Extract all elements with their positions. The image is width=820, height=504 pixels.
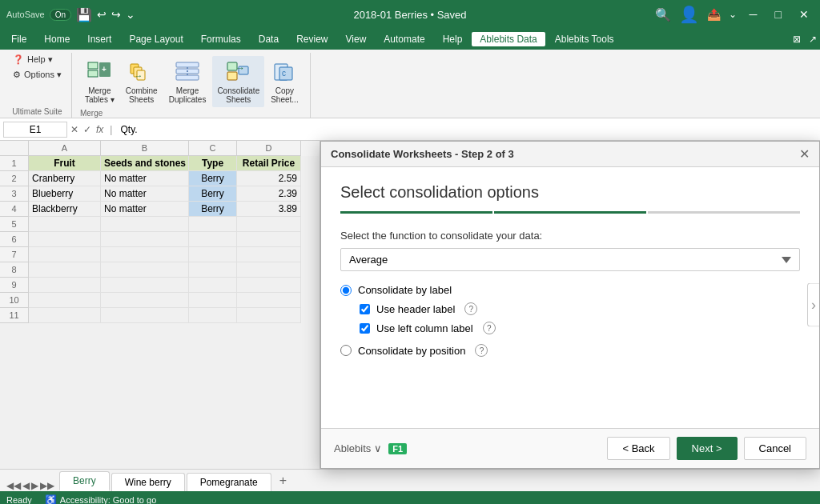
menu-view[interactable]: View bbox=[338, 32, 375, 46]
checkbox-left-column-item[interactable]: Use left column label ? bbox=[360, 322, 800, 334]
cell-b9[interactable] bbox=[101, 278, 189, 293]
cell-b10[interactable] bbox=[101, 293, 189, 308]
close-button[interactable]: ✕ bbox=[794, 8, 814, 21]
sheet-nav-next-icon[interactable]: ▶ bbox=[31, 480, 38, 491]
consolidate-sheets-button[interactable]: → ConsolidateSheets bbox=[212, 56, 264, 107]
cell-c11[interactable] bbox=[189, 308, 237, 323]
col-header-b[interactable]: B bbox=[101, 141, 189, 156]
help-left-column-icon[interactable]: ? bbox=[483, 322, 496, 334]
f1-help-badge[interactable]: F1 bbox=[388, 443, 407, 454]
add-sheet-button[interactable]: + bbox=[273, 470, 293, 491]
formula-input[interactable]: Qty. bbox=[119, 122, 817, 137]
confirm-formula-icon[interactable]: ✓ bbox=[83, 124, 91, 135]
combine-sheets-button[interactable]: → CombineSheets bbox=[121, 56, 163, 107]
cell-a1[interactable]: Fruit bbox=[29, 156, 101, 171]
ribbon-toggle-icon[interactable]: ⌄ bbox=[729, 9, 737, 20]
cell-d7[interactable] bbox=[237, 247, 301, 262]
menu-automate[interactable]: Automate bbox=[376, 32, 432, 46]
menu-formulas[interactable]: Formulas bbox=[193, 32, 249, 46]
cell-c4[interactable]: Berry bbox=[189, 202, 237, 217]
cell-a9[interactable] bbox=[29, 278, 101, 293]
function-dropdown[interactable]: Sum Average Count Max Min bbox=[340, 248, 800, 271]
help-button[interactable]: ❓ Help ▾ bbox=[10, 53, 65, 66]
sheet-nav-first-icon[interactable]: ◀◀ bbox=[6, 480, 21, 491]
menu-home[interactable]: Home bbox=[36, 32, 78, 46]
menu-help[interactable]: Help bbox=[435, 32, 471, 46]
next-button[interactable]: Next > bbox=[677, 437, 738, 460]
menu-page-layout[interactable]: Page Layout bbox=[121, 32, 191, 46]
cell-d10[interactable] bbox=[237, 293, 301, 308]
cell-a10[interactable] bbox=[29, 293, 101, 308]
sheet-tab-wine-berry[interactable]: Wine berry bbox=[111, 473, 185, 491]
cell-c5[interactable] bbox=[189, 217, 237, 232]
cell-c1[interactable]: Type bbox=[189, 156, 237, 171]
cell-c6[interactable] bbox=[189, 232, 237, 247]
cell-a7[interactable] bbox=[29, 247, 101, 262]
cell-a3[interactable]: Blueberry bbox=[29, 186, 101, 202]
share-ribbon-icon[interactable]: ↗ bbox=[809, 34, 817, 45]
menu-data[interactable]: Data bbox=[251, 32, 287, 46]
cell-c8[interactable] bbox=[189, 262, 237, 278]
menu-insert[interactable]: Insert bbox=[79, 32, 119, 46]
cell-a11[interactable] bbox=[29, 308, 101, 323]
cell-c3[interactable]: Berry bbox=[189, 186, 237, 202]
cell-b7[interactable] bbox=[101, 247, 189, 262]
help-position-icon[interactable]: ? bbox=[475, 344, 488, 357]
menu-file[interactable]: File bbox=[3, 32, 34, 46]
col-header-c[interactable]: C bbox=[189, 141, 237, 156]
cell-b4[interactable]: No matter bbox=[101, 202, 189, 217]
undo-icon[interactable]: ↩ bbox=[97, 8, 107, 21]
checkbox-header-label-item[interactable]: Use header label ? bbox=[360, 302, 800, 315]
cell-d6[interactable] bbox=[237, 232, 301, 247]
cell-d9[interactable] bbox=[237, 278, 301, 293]
cell-d3[interactable]: 2.39 bbox=[237, 186, 301, 202]
cell-b8[interactable] bbox=[101, 262, 189, 278]
cell-b1[interactable]: Seeds and stones bbox=[101, 156, 189, 171]
panel-collapse-arrow[interactable]: › bbox=[807, 283, 819, 327]
cancel-formula-icon[interactable]: ✕ bbox=[70, 124, 78, 135]
radio-position-option[interactable]: Consolidate by position ? bbox=[340, 344, 800, 357]
cell-b6[interactable] bbox=[101, 232, 189, 247]
cell-c9[interactable] bbox=[189, 278, 237, 293]
menu-ablebits-tools[interactable]: Ablebits Tools bbox=[547, 32, 622, 46]
customize-icon[interactable]: ⌄ bbox=[126, 8, 135, 21]
cell-d5[interactable] bbox=[237, 217, 301, 232]
user-avatar[interactable]: 👤 bbox=[679, 5, 699, 24]
cancel-button[interactable]: Cancel bbox=[744, 437, 806, 460]
menu-review[interactable]: Review bbox=[288, 32, 336, 46]
radio-label-option[interactable]: Consolidate by label bbox=[340, 284, 800, 296]
dialog-close-button[interactable]: ✕ bbox=[799, 146, 810, 162]
checkbox-left-column-input[interactable] bbox=[360, 323, 370, 334]
copy-sheets-button[interactable]: c CopySheet... bbox=[266, 56, 303, 107]
cell-c7[interactable] bbox=[189, 247, 237, 262]
radio-by-label-input[interactable] bbox=[340, 285, 352, 296]
cell-a4[interactable]: Blackberry bbox=[29, 202, 101, 217]
col-header-d[interactable]: D bbox=[237, 141, 301, 156]
ablebits-branding[interactable]: Ablebits ∨ bbox=[334, 442, 382, 454]
cell-a6[interactable] bbox=[29, 232, 101, 247]
merge-tables-button[interactable]: + MergeTables ▾ bbox=[80, 56, 119, 107]
save-icon[interactable]: 💾 bbox=[76, 7, 92, 22]
sheet-nav-prev-icon[interactable]: ◀ bbox=[22, 480, 30, 491]
collapse-ribbon-icon[interactable]: ⊠ bbox=[793, 34, 801, 45]
sheet-tab-pomegranate[interactable]: Pomegranate bbox=[187, 473, 271, 491]
cell-d11[interactable] bbox=[237, 308, 301, 323]
menu-ablebits-data[interactable]: Ablebits Data bbox=[472, 32, 545, 46]
cell-reference-input[interactable]: E1 bbox=[3, 122, 67, 138]
autosave-toggle[interactable]: On bbox=[50, 9, 71, 21]
minimize-button[interactable]: ─ bbox=[745, 8, 762, 21]
cell-b3[interactable]: No matter bbox=[101, 186, 189, 202]
cell-c10[interactable] bbox=[189, 293, 237, 308]
share-icon[interactable]: 📤 bbox=[707, 8, 721, 21]
cell-d4[interactable]: 3.89 bbox=[237, 202, 301, 217]
insert-function-icon[interactable]: fx bbox=[96, 124, 103, 135]
cell-b5[interactable] bbox=[101, 217, 189, 232]
col-header-a[interactable]: A bbox=[29, 141, 101, 156]
maximize-button[interactable]: □ bbox=[770, 8, 786, 21]
cell-d8[interactable] bbox=[237, 262, 301, 278]
radio-by-position-input[interactable] bbox=[340, 345, 352, 356]
cell-c2[interactable]: Berry bbox=[189, 171, 237, 186]
options-button[interactable]: ⚙ Options ▾ bbox=[10, 68, 65, 82]
cell-d2[interactable]: 2.59 bbox=[237, 171, 301, 186]
cell-a8[interactable] bbox=[29, 262, 101, 278]
